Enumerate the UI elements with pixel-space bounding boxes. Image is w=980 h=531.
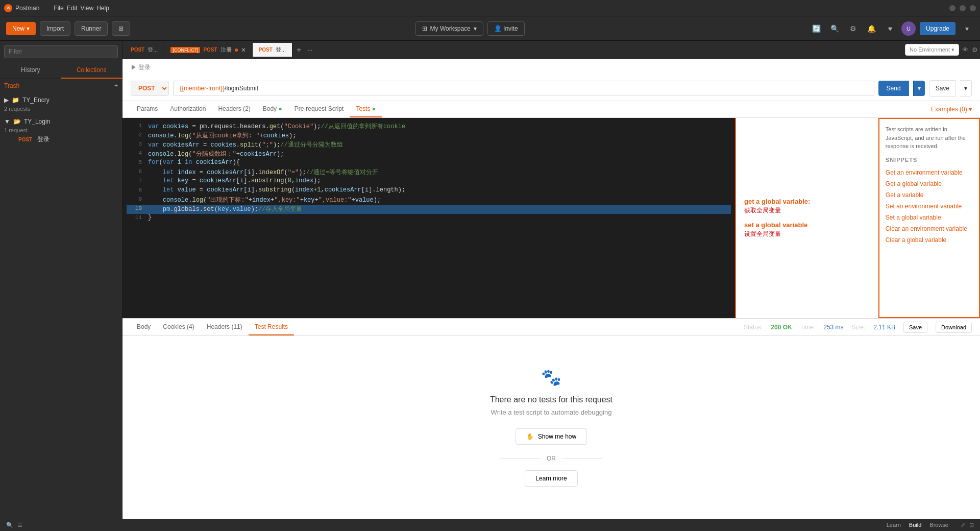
snippet-set-global[interactable]: Set a global variable [886, 212, 973, 223]
sidebar-search-area [0, 41, 122, 62]
menu-help[interactable]: Help [96, 5, 109, 12]
toolbar-right: 🔄 🔍 ⚙ 🔔 ♥ U Upgrade ▾ [810, 21, 974, 36]
build-link[interactable]: Build [909, 522, 921, 528]
snippet-clear-global[interactable]: Clear a global variable [886, 234, 973, 246]
expand-icon[interactable]: ⤢ [961, 522, 965, 528]
save-button[interactable]: Save [929, 80, 956, 96]
menu-file[interactable]: File [54, 5, 63, 12]
test-empty-title: There are no tests for this request [490, 395, 612, 404]
response-download-button[interactable]: Download [936, 322, 972, 333]
snippet-get-var[interactable]: Get a variable [886, 189, 973, 201]
tab-2-conflict[interactable]: [CONFLICT] POST 注册 ✕ [164, 43, 252, 57]
response-save-button[interactable]: Save [903, 322, 927, 333]
heart-icon[interactable]: ♥ [883, 21, 897, 36]
workspace-button[interactable]: ⊞ My Workspace ▾ [415, 21, 483, 36]
add-tab-button[interactable]: + [292, 45, 305, 55]
group-ty-encry-header[interactable]: ▶ 📁 TY_Encry [4, 94, 118, 106]
menu-view[interactable]: View [80, 5, 93, 12]
tab2-close-button[interactable]: ✕ [241, 46, 246, 54]
trash-label[interactable]: Trash [4, 82, 19, 89]
env-selector[interactable]: No Environment ▾ [905, 44, 959, 56]
avatar[interactable]: U [901, 21, 916, 36]
upgrade-dropdown-icon[interactable]: ▾ [960, 21, 974, 36]
snippet-set-env[interactable]: Set an environment variable [886, 201, 973, 212]
trash-icon[interactable]: + [114, 82, 118, 89]
snippet-get-global[interactable]: Get a global variable [886, 178, 973, 189]
tabs-more-button[interactable]: ··· [305, 46, 314, 54]
tab-3-active[interactable]: POST 登... [253, 43, 292, 57]
tab-tests[interactable]: Tests ● [350, 101, 382, 117]
tab-params[interactable]: Params [131, 101, 164, 117]
snippet-clear-env[interactable]: Clear an environment variable [886, 223, 973, 234]
method-select[interactable]: POST [131, 81, 169, 96]
method-badge: POST [16, 136, 34, 143]
url-path: /loginSubmit [225, 85, 258, 92]
filter-input[interactable] [4, 45, 118, 58]
snippets-panel: Test scripts are written in JavaScript, … [878, 118, 980, 318]
sidebar-item-login[interactable]: POST 登录 [4, 133, 118, 146]
menu-edit[interactable]: Edit [67, 5, 78, 12]
resp-tab-cookies[interactable]: Cookies (4) [157, 319, 200, 335]
settings-icon[interactable]: ⚙ [846, 21, 861, 36]
minimize-button[interactable]: ─ [949, 5, 955, 11]
tab-authorization[interactable]: Authorization [164, 101, 212, 117]
statusbar-sidebar-icon[interactable]: ☰ [17, 522, 22, 528]
url-display[interactable]: {{member-front}}/loginSubmit [173, 81, 874, 96]
new-dropdown-icon[interactable]: ▾ [27, 25, 30, 32]
group-ty-login: ▼ 📂 TY_Login 1 request POST 登录 [0, 114, 122, 148]
learn-link[interactable]: Learn [887, 522, 901, 528]
titlebar: ✉ Postman File Edit View Help ─ □ ✕ [0, 0, 980, 16]
size-value: 2.11 KB [873, 324, 895, 331]
send-dropdown-button[interactable]: ▾ [913, 81, 925, 96]
layout-icon[interactable]: ⊡ [969, 522, 974, 528]
size-label: Size: [852, 324, 866, 331]
env-eye-button[interactable]: 👁 [962, 46, 969, 54]
import-button[interactable]: Import [40, 21, 70, 36]
resp-tab-headers[interactable]: Headers (11) [201, 319, 249, 335]
help-text2: 设置全局变量 [744, 230, 870, 238]
tab-headers[interactable]: Headers (2) [212, 101, 256, 117]
notification-icon[interactable]: 🔔 [865, 21, 879, 36]
close-button[interactable]: ✕ [970, 5, 976, 11]
response-area: Body Cookies (4) Headers (11) Test Resul… [122, 319, 980, 519]
save-dropdown-button[interactable]: ▾ [960, 80, 972, 96]
upgrade-button[interactable]: Upgrade [920, 22, 955, 35]
code-area[interactable]: 1 var cookies = pm.request.headers.get("… [122, 118, 735, 318]
runner-button[interactable]: Runner [75, 21, 108, 36]
resp-tab-test-results[interactable]: Test Results [249, 319, 294, 335]
tab-body[interactable]: Body ● [257, 101, 288, 117]
sync-icon[interactable]: 🔄 [810, 21, 824, 36]
tab-collections[interactable]: Collections [61, 62, 122, 79]
group-name: TY_Encry [22, 96, 50, 104]
env-settings-button[interactable]: ⚙ [972, 46, 978, 54]
code-line-4: 4 console.log("分隔成数组："+cookiesArr); [127, 150, 731, 159]
search-icon[interactable]: 🔍 [828, 21, 842, 36]
maximize-button[interactable]: □ [960, 5, 966, 11]
resp-tab-body[interactable]: Body [131, 319, 157, 335]
send-button[interactable]: Send [878, 81, 909, 96]
tab2-unsaved-dot [235, 49, 238, 52]
status-label: Status: [744, 324, 763, 331]
help-label2: set a global variable [744, 221, 870, 229]
group-login-name: TY_Login [24, 118, 50, 125]
statusbar-left: 🔍 [6, 522, 13, 528]
group-ty-login-header[interactable]: ▼ 📂 TY_Login [4, 116, 118, 127]
show-me-icon: ✋ [526, 433, 534, 440]
show-me-button[interactable]: ✋ Show me how [516, 428, 587, 445]
tab-1[interactable]: POST 登... [125, 43, 164, 57]
group-folder-open-icon: 📂 [13, 118, 21, 125]
or-divider: OR [500, 455, 602, 462]
breadcrumb: ▶ 登录 [122, 59, 980, 76]
tab-pre-request[interactable]: Pre-request Script [288, 101, 350, 117]
code-line-3: 3 var cookiesArr = cookies.split(";");//… [127, 140, 731, 150]
learn-more-button[interactable]: Learn more [525, 470, 577, 487]
browse-link[interactable]: Browse [929, 522, 948, 528]
examples-link[interactable]: Examples (0) ▾ [931, 106, 972, 113]
tab-history[interactable]: History [0, 62, 61, 79]
snippet-button[interactable]: ⊞ [112, 21, 130, 36]
snippets-header: SNIPPETS [886, 157, 973, 163]
invite-button[interactable]: 👤 Invite [487, 21, 525, 36]
group-ty-encry: ▶ 📁 TY_Encry 2 requests [0, 92, 122, 114]
new-button[interactable]: New ▾ [6, 22, 36, 35]
snippet-get-env[interactable]: Get an environment variable [886, 167, 973, 178]
